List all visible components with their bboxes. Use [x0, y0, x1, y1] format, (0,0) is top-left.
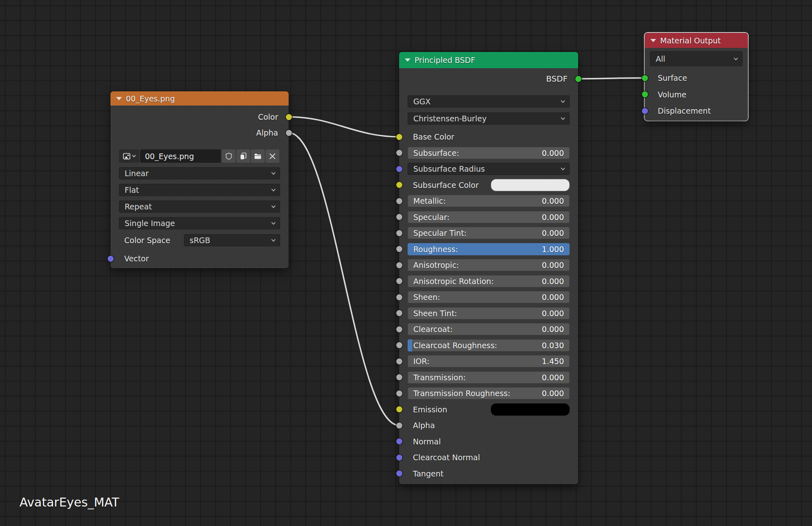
- image-node-title: 00_Eyes.png: [126, 94, 175, 103]
- socket-transmission-input[interactable]: [396, 374, 402, 380]
- node-editor-canvas[interactable]: 00_Eyes.png Color Alpha: [0, 0, 812, 526]
- emission-swatch[interactable]: [491, 403, 570, 416]
- chevron-down-icon: [271, 239, 276, 242]
- socket-clearcoat-roughness-input[interactable]: [396, 342, 402, 348]
- fake-user-button[interactable]: [222, 149, 235, 163]
- chevron-down-icon: [734, 57, 738, 60]
- clearcoat-normal-row: Clearcoat Normal: [399, 451, 578, 463]
- open-image-button[interactable]: [251, 149, 265, 163]
- bsdf-node-header[interactable]: Principled BSDF: [399, 52, 578, 68]
- socket-sheen-input[interactable]: [396, 294, 402, 300]
- socket-anisotropic-input[interactable]: [396, 262, 402, 268]
- socket-normal-input[interactable]: [396, 438, 402, 444]
- socket-transmission-roughness-input[interactable]: [396, 390, 402, 397]
- color-output-socket[interactable]: [286, 114, 292, 120]
- slider-label: Transmission:: [408, 373, 542, 382]
- collapse-triangle-icon[interactable]: [116, 97, 122, 100]
- sheen-slider[interactable]: Sheen:0.000: [408, 291, 570, 303]
- color-output-label: Color: [110, 111, 289, 123]
- collapse-triangle-icon[interactable]: [650, 39, 656, 42]
- subsurface-color-swatch[interactable]: [491, 179, 570, 191]
- socket-specular-input[interactable]: [396, 214, 402, 220]
- clearcoat-normal-label: Clearcoat Normal: [399, 453, 480, 462]
- vector-input-socket[interactable]: [108, 256, 114, 262]
- socket-specular-tint-input[interactable]: [396, 230, 402, 236]
- slider-value: 0.000: [542, 149, 570, 157]
- unlink-image-button[interactable]: [266, 149, 279, 163]
- slider-label: Sheen:: [408, 293, 542, 302]
- color-space-dropdown[interactable]: sRGB: [184, 234, 280, 246]
- transmission-slider[interactable]: Transmission:0.000: [408, 371, 570, 384]
- slider-value: 0.000: [542, 389, 570, 398]
- dropdown-value: Repeat: [119, 202, 152, 211]
- image-browse-button[interactable]: [119, 149, 139, 163]
- slider-label: Transmission Roughness:: [408, 389, 542, 398]
- socket-subsurface-input[interactable]: [396, 150, 402, 156]
- socket-clearcoat-input[interactable]: [396, 326, 402, 332]
- subsurface-color-label: Subsurface Color: [399, 181, 479, 190]
- chevron-down-icon: [561, 117, 565, 120]
- metallic-slider[interactable]: Metallic:0.000: [408, 195, 570, 207]
- output-node-header[interactable]: Material Output: [645, 33, 748, 48]
- socket-alpha-input[interactable]: [396, 423, 402, 429]
- specular-slider[interactable]: Specular:0.000: [408, 211, 570, 223]
- image-texture-node[interactable]: 00_Eyes.png Color Alpha: [110, 91, 289, 268]
- anisotropic-row: Anisotropic:0.000: [399, 259, 578, 271]
- alpha-output-socket[interactable]: [286, 130, 292, 136]
- clearcoat-roughness-slider[interactable]: Clearcoat Roughness:0.030: [408, 339, 570, 351]
- slider-label: Metallic:: [408, 196, 542, 205]
- socket-metallic-input[interactable]: [396, 198, 402, 204]
- principled-bsdf-node[interactable]: Principled BSDF BSDF GGX Christensen-Bur…: [399, 52, 578, 484]
- material-name-label: AvatarEyes_MAT: [19, 495, 119, 509]
- emission-row: Emission: [399, 403, 578, 416]
- socket-volume-input[interactable]: [642, 91, 648, 97]
- collapse-triangle-icon[interactable]: [405, 58, 410, 62]
- sheen-row: Sheen:0.000: [399, 291, 578, 303]
- ior-row: IOR:1.450: [399, 355, 578, 367]
- roughness-slider[interactable]: Roughness:1.000: [408, 243, 570, 255]
- distribution-dropdown[interactable]: GGX: [408, 95, 570, 108]
- socket-surface-input[interactable]: [642, 75, 648, 81]
- sheen-tint-slider[interactable]: Sheen Tint:0.000: [408, 307, 570, 319]
- material-output-node[interactable]: Material Output All SurfaceVolumeDisplac…: [645, 33, 748, 121]
- image-node-header[interactable]: 00_Eyes.png: [110, 91, 289, 106]
- clearcoat-slider[interactable]: Clearcoat:0.000: [408, 323, 570, 335]
- anisotropic-slider[interactable]: Anisotropic:0.000: [408, 259, 570, 271]
- ior-slider[interactable]: IOR:1.450: [408, 355, 570, 367]
- flat-dropdown[interactable]: Flat: [119, 184, 280, 196]
- repeat-dropdown[interactable]: Repeat: [119, 200, 280, 213]
- socket-subsurface-radius-input[interactable]: [396, 166, 402, 172]
- socket-sheen-tint-input[interactable]: [396, 310, 402, 316]
- socket-ior-input[interactable]: [396, 358, 402, 364]
- alpha-output-row: Alpha: [110, 127, 289, 139]
- subsurface-radius-dropdown[interactable]: Subsurface Radius: [408, 163, 570, 175]
- socket-base-color-input[interactable]: [396, 134, 402, 140]
- specular-tint-row: Specular Tint:0.000: [399, 227, 578, 239]
- image-name-field[interactable]: 00_Eyes.png: [140, 149, 221, 163]
- transmission-roughness-slider[interactable]: Transmission Roughness:0.000: [408, 387, 570, 399]
- anisotropic-rotation-slider[interactable]: Anisotropic Rotation:0.000: [408, 275, 570, 287]
- subsurface-method-dropdown[interactable]: Christensen-Burley: [408, 112, 570, 125]
- displacement-row: Displacement: [645, 105, 748, 117]
- socket-anisotropic-rotation-input[interactable]: [396, 278, 402, 284]
- repeat-row: Repeat: [110, 200, 289, 213]
- dropdown-value: Linear: [119, 169, 149, 178]
- socket-clearcoat-normal-input[interactable]: [396, 455, 402, 461]
- socket-emission-input[interactable]: [396, 406, 402, 412]
- linear-dropdown[interactable]: Linear: [119, 167, 280, 179]
- slider-label: Sheen Tint:: [408, 309, 542, 318]
- subsurface-slider[interactable]: Subsurface:0.000: [408, 147, 570, 159]
- specular-tint-slider[interactable]: Specular Tint:0.000: [408, 227, 570, 239]
- socket-displacement-input[interactable]: [642, 108, 648, 114]
- socket-tangent-input[interactable]: [396, 470, 402, 476]
- base-color-label: Base Color: [399, 132, 454, 141]
- bsdf-output-socket[interactable]: [575, 76, 581, 82]
- output-target-dropdown[interactable]: All: [650, 51, 743, 66]
- vector-input-label: Vector: [110, 254, 149, 263]
- socket-roughness-input[interactable]: [396, 246, 402, 252]
- single-image-dropdown[interactable]: Single Image: [119, 217, 280, 229]
- bsdf-output-row: BSDF: [399, 71, 578, 86]
- node-link-wire: [289, 133, 399, 425]
- socket-subsurface-color-input[interactable]: [396, 182, 402, 188]
- duplicate-image-button[interactable]: [236, 149, 250, 163]
